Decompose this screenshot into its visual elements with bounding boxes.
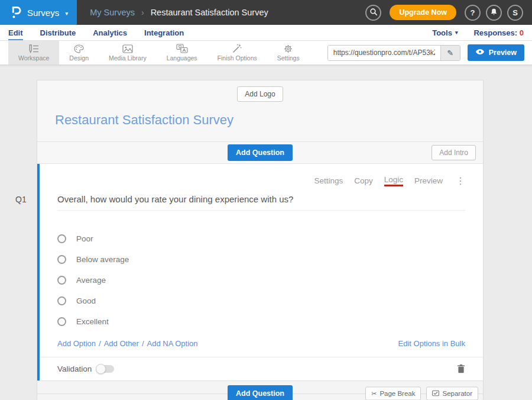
add-other-link[interactable]: Add Other [104, 339, 139, 348]
question-card: Q1 Settings Copy Logic Preview ⋮ Overall… [37, 164, 483, 380]
preview-label: Preview [489, 49, 517, 57]
topbar-actions: Upgrade Now ? S [365, 5, 532, 21]
answer-option-row: Good [57, 291, 465, 311]
help-button[interactable]: ? [465, 5, 481, 21]
tab-edit[interactable]: Edit [8, 26, 23, 40]
section-tabs-bar: Edit Distribute Analytics Integration To… [0, 25, 532, 41]
survey-card: Add Logo Restaurant Satisfaction Survey … [37, 80, 484, 400]
edit-options-in-bulk-link[interactable]: Edit Options in Bulk [398, 339, 465, 348]
toolbar-item-label: Media Library [109, 55, 147, 62]
separator-check-icon [432, 391, 439, 396]
search-icon [369, 8, 378, 18]
add-question-bar-bottom: Add Question ✂ Page Break Separator [37, 380, 483, 400]
translate-icon [176, 44, 188, 53]
notifications-button[interactable] [486, 5, 502, 21]
add-intro-button[interactable]: Add Intro [432, 145, 476, 160]
avatar-initial: S [512, 8, 518, 17]
question-logic-link[interactable]: Logic [384, 175, 403, 186]
eye-icon [475, 49, 485, 57]
toolbar-workspace[interactable]: Workspace [8, 41, 59, 64]
link-separator: / [142, 339, 144, 348]
radio-button[interactable] [57, 234, 66, 243]
question-copy-link[interactable]: Copy [354, 176, 373, 185]
responses-indicator[interactable]: Responses: 0 [473, 28, 524, 37]
toolbar-item-label: Finish Options [218, 55, 257, 62]
validation-toggle[interactable] [96, 365, 114, 373]
toolbar-right: ✎ Preview [327, 41, 532, 64]
toolbar-languages[interactable]: Languages [157, 41, 207, 64]
upgrade-now-button[interactable]: Upgrade Now [390, 5, 456, 20]
toolbar-settings[interactable]: Settings [267, 41, 310, 64]
radio-button[interactable] [57, 255, 66, 264]
tab-distribute[interactable]: Distribute [40, 26, 76, 40]
question-actions: Settings Copy Logic Preview ⋮ [57, 173, 465, 186]
answer-option-row: Average [57, 270, 465, 291]
edit-url-button[interactable]: ✎ [440, 46, 460, 60]
toolbar-item-label: Workspace [18, 55, 49, 62]
toolbar-item-label: Design [69, 55, 89, 62]
palette-icon [74, 44, 84, 53]
preview-button[interactable]: Preview [468, 44, 524, 61]
radio-button[interactable] [57, 317, 66, 326]
answer-option-label[interactable]: Below average [76, 255, 129, 264]
tools-menu[interactable]: Tools ▾ [432, 28, 458, 37]
add-question-button-top[interactable]: Add Question [228, 144, 293, 161]
delete-question-button[interactable] [457, 364, 465, 373]
breadcrumb-my-surveys[interactable]: My Surveys [90, 8, 135, 17]
chevron-down-icon: ▾ [455, 30, 458, 36]
tab-integration[interactable]: Integration [144, 26, 184, 40]
answer-option-label[interactable]: Good [76, 296, 96, 305]
validation-label: Validation [57, 364, 92, 373]
separator-label: Separator [442, 390, 472, 397]
answer-option-label[interactable]: Average [76, 276, 106, 285]
account-avatar[interactable]: S [507, 5, 523, 21]
breadcrumb-separator-icon: › [141, 8, 144, 17]
toolbar-finish-options[interactable]: Finish Options [207, 41, 267, 64]
toolbar-media-library[interactable]: Media Library [99, 41, 157, 64]
questionpro-survey-editor: Surveys ▾ My Surveys › Restaurant Satisf… [0, 0, 532, 400]
toolbar-design[interactable]: Design [59, 41, 99, 64]
radio-button[interactable] [57, 296, 66, 305]
survey-url-input[interactable] [328, 46, 440, 60]
toolbar-item-label: Languages [167, 55, 197, 62]
toolbar-items: Workspace Design Media Library Languages [8, 41, 310, 64]
toolbar-item-label: Settings [277, 55, 300, 62]
answer-option-row: Below average [57, 249, 465, 270]
add-na-option-link[interactable]: Add NA Option [147, 339, 198, 348]
questionpro-logo-icon [10, 6, 21, 19]
question-footer: Validation [40, 357, 483, 380]
option-links-row: Add Option / Add Other / Add NA Option E… [57, 339, 465, 348]
bell-icon [490, 8, 498, 18]
tab-analytics[interactable]: Analytics [93, 26, 127, 40]
link-separator: / [99, 339, 101, 348]
question-text[interactable]: Overall, how would you rate your dining … [57, 194, 465, 211]
validation-control: Validation [57, 364, 114, 373]
tools-label: Tools [432, 28, 452, 37]
radio-button[interactable] [57, 276, 66, 285]
responses-count: 0 [520, 28, 524, 37]
search-button[interactable] [365, 5, 381, 21]
chevron-down-icon: ▾ [65, 9, 68, 17]
question-settings-link[interactable]: Settings [314, 176, 343, 185]
workspace-icon [28, 44, 39, 53]
add-option-link[interactable]: Add Option [57, 339, 96, 348]
question-mark-icon: ? [471, 8, 475, 17]
separator-button[interactable]: Separator [426, 386, 478, 400]
more-options-icon[interactable]: ⋮ [456, 176, 465, 186]
answer-option-label[interactable]: Excellent [76, 317, 109, 326]
answer-option-label[interactable]: Poor [76, 234, 93, 243]
answer-option-row: Poor [57, 228, 465, 249]
page-break-label: Page Break [379, 390, 415, 397]
page-break-button[interactable]: ✂ Page Break [365, 386, 421, 400]
answer-option-row: Excellent [57, 311, 465, 332]
question-preview-link[interactable]: Preview [414, 176, 443, 185]
add-logo-button[interactable]: Add Logo [237, 86, 283, 102]
product-switcher[interactable]: Surveys ▾ [0, 0, 77, 25]
toggle-knob [96, 364, 106, 374]
editor-toolbar: Workspace Design Media Library Languages [0, 41, 532, 65]
survey-title[interactable]: Restaurant Satisfaction Survey [37, 102, 483, 141]
survey-canvas: Add Logo Restaurant Satisfaction Survey … [0, 65, 532, 400]
scissors-icon: ✂ [371, 389, 377, 397]
question-number: Q1 [15, 195, 27, 204]
add-question-button-bottom[interactable]: Add Question [228, 385, 293, 400]
